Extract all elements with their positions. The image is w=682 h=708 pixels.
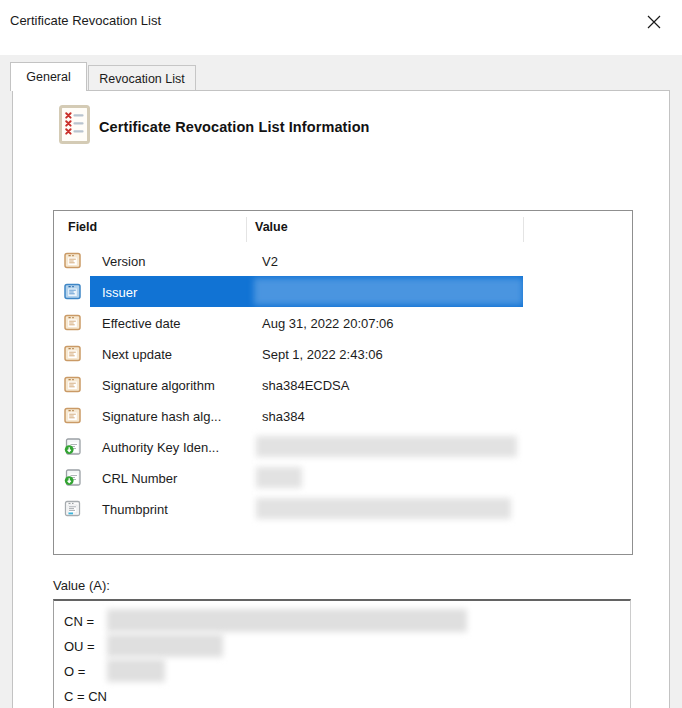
window-title: Certificate Revocation List	[10, 13, 161, 28]
field-name: Authority Key Iden...	[102, 439, 219, 454]
table-row[interactable]: Version V2	[54, 245, 632, 276]
dialog-body: General Revocation List	[0, 55, 682, 708]
field-value: Aug 31, 2022 20:07:06	[262, 315, 394, 330]
column-header-field[interactable]: Field	[68, 220, 97, 234]
redacted-text	[107, 609, 467, 632]
table-row[interactable]: Signature hash alg... sha384	[54, 400, 632, 431]
crl-info-header: Certificate Revocation List Information	[59, 107, 370, 146]
field-name: Signature algorithm	[102, 377, 215, 392]
column-header-value[interactable]: Value	[255, 220, 288, 234]
field-value: Sept 1, 2022 2:43:06	[262, 346, 383, 361]
value-line-text: CN =	[64, 613, 94, 628]
fields-table-body: Version V2 Issuer Effective date Aug 31,…	[54, 245, 632, 524]
value-line-text: OU =	[64, 638, 95, 653]
table-row[interactable]: CRL Number	[54, 462, 632, 493]
close-button[interactable]	[638, 8, 670, 36]
redacted-text	[107, 659, 165, 682]
table-row[interactable]: Authority Key Iden...	[54, 431, 632, 462]
close-icon	[646, 14, 662, 30]
value-text-line: CN =	[54, 608, 630, 633]
certificate-field-icon	[64, 407, 81, 424]
field-name: Issuer	[102, 284, 137, 299]
redacted-value	[254, 278, 523, 305]
table-row[interactable]: Effective date Aug 31, 2022 20:07:06	[54, 307, 632, 338]
crl-document-icon	[59, 105, 90, 148]
field-name: CRL Number	[102, 470, 177, 485]
certificate-field-icon	[64, 345, 81, 362]
thumbprint-property-icon	[64, 500, 81, 517]
field-value: sha384ECDSA	[262, 377, 349, 392]
value-line-text: O =	[64, 663, 85, 678]
value-text-line: C = CN	[54, 683, 630, 708]
redacted-value	[256, 498, 511, 519]
table-row[interactable]: Signature algorithm sha384ECDSA	[54, 369, 632, 400]
redacted-value	[256, 436, 517, 457]
value-text-line: O =	[54, 658, 630, 683]
table-row[interactable]: Next update Sept 1, 2022 2:43:06	[54, 338, 632, 369]
fields-table: Field Value Version V2 Issuer Eff	[53, 210, 633, 555]
certificate-field-icon	[64, 376, 81, 393]
certificate-field-icon	[64, 314, 81, 331]
value-a-label: Value (A):	[53, 578, 110, 593]
field-name: Version	[102, 253, 145, 268]
field-value: sha384	[262, 408, 305, 423]
table-row[interactable]: Issuer	[54, 276, 632, 307]
redacted-text	[107, 634, 223, 657]
section-heading: Certificate Revocation List Information	[99, 119, 370, 135]
field-value: V2	[262, 253, 278, 268]
field-name: Effective date	[102, 315, 181, 330]
value-text-line: OU =	[54, 633, 630, 658]
certificate-extension-icon	[64, 438, 81, 455]
value-line-text: C = CN	[64, 688, 107, 703]
tab-revocation-list[interactable]: Revocation List	[88, 65, 196, 91]
field-name: Thumbprint	[102, 501, 168, 516]
table-row[interactable]: Thumbprint	[54, 493, 632, 524]
tab-general[interactable]: General	[10, 62, 87, 91]
value-a-textbox[interactable]: CN = OU = O = C = CN	[53, 599, 631, 708]
certificate-field-icon	[64, 283, 81, 300]
tab-page-general: Certificate Revocation List Information …	[12, 90, 670, 708]
redacted-value	[256, 467, 302, 488]
titlebar: Certificate Revocation List	[0, 0, 682, 55]
certificate-field-icon	[64, 252, 81, 269]
selection-highlight	[90, 276, 523, 307]
field-name: Signature hash alg...	[102, 408, 221, 423]
column-separator	[246, 217, 247, 242]
fields-table-header: Field Value	[54, 211, 632, 245]
column-separator	[523, 217, 524, 242]
field-name: Next update	[102, 346, 172, 361]
certificate-extension-icon	[64, 469, 81, 486]
